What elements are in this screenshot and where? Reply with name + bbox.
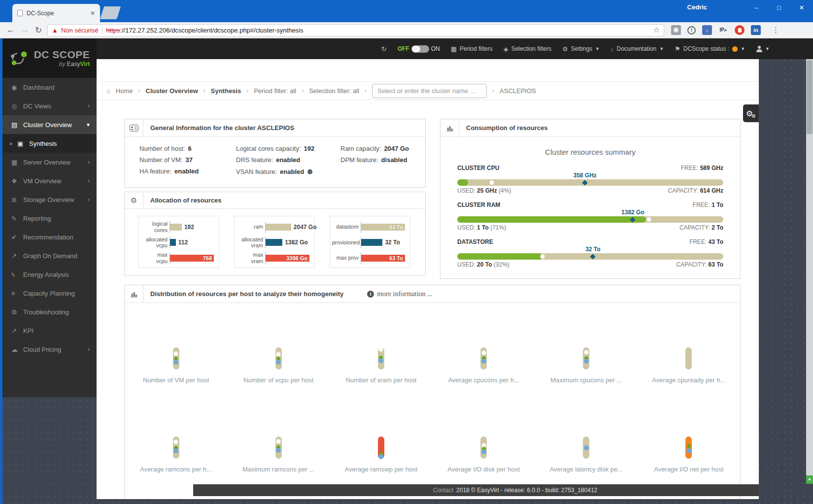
distribution-cell-label: Average ramswp per host: [344, 465, 417, 474]
window-close-button[interactable]: ✕: [790, 0, 813, 15]
tab-close-icon[interactable]: ✕: [90, 10, 95, 17]
info-label: Ram capacity:: [340, 145, 381, 152]
consumption-group-datastore: DATASTOREFREE: 43 To32 ToUSED: 20 To (32…: [457, 237, 723, 269]
info-label: VSAN feature:: [236, 168, 277, 175]
download-extension-icon[interactable]: ↓: [702, 25, 712, 35]
bookmark-star-icon[interactable]: ☆: [653, 26, 660, 34]
blue-marker-icon: [276, 360, 281, 365]
ip-lookup-extension-icon[interactable]: IP⌕: [718, 25, 728, 35]
navbar-item-label: Period filters: [460, 45, 493, 52]
sidebar-item-energy-analysis[interactable]: ϟEnergy Analysis: [2, 265, 97, 284]
sidebar-item-dc-views[interactable]: ◎DC Views›: [2, 97, 97, 115]
diamond-icon: ◈: [504, 45, 508, 53]
wrench-icon: ⚙: [562, 45, 568, 53]
distribution-cell[interactable]: Average ramswp per host: [330, 411, 432, 474]
capacity-amount: 63 To: [709, 261, 723, 268]
distribution-cell[interactable]: Average I/O net per host: [638, 411, 740, 474]
navbar-item-selection-filters[interactable]: ◈Selection filters: [504, 45, 551, 53]
marker-label: 1382 Go: [621, 209, 644, 216]
chevron-down-icon: ▼: [765, 46, 770, 51]
chevron-down-icon: ▼: [741, 46, 745, 51]
distribution-cell[interactable]: Number of vcpu per host: [227, 303, 330, 411]
mini-distribution-bar: [583, 437, 589, 459]
allocation-chart-vcpu: logicalcores192allocatedvcpu112maxvcpu76…: [138, 216, 219, 268]
bar: 3398 Go: [266, 255, 309, 262]
sidebar-item-vm-overview[interactable]: ❖VM Overview›: [2, 171, 97, 190]
sidebar-item-storage-overview[interactable]: ≣Storage Overview›: [2, 190, 97, 209]
back-icon[interactable]: ←: [4, 25, 18, 35]
navbar-item-period-filters[interactable]: ▦Period filters: [451, 45, 493, 53]
bar-label: allocatedvram: [237, 236, 265, 248]
distribution-cell[interactable]: Maximum ramcons per ...: [227, 411, 330, 474]
data-toggle[interactable]: OFF ON: [398, 45, 440, 53]
sidebar-item-synthesis[interactable]: »▣Synthesis: [2, 134, 97, 153]
distribution-cell[interactable]: Average cpuready per h...: [638, 303, 740, 411]
sidebar-item-recommendation[interactable]: ✔Recommendation: [2, 228, 97, 246]
sidebar-item-kpi[interactable]: ↗KPI: [2, 321, 97, 340]
toggle-track[interactable]: [411, 45, 429, 53]
new-tab-button[interactable]: [100, 6, 121, 19]
distribution-cell[interactable]: Number of vram per host: [330, 303, 432, 411]
chevron-right-icon: ›: [88, 346, 90, 353]
user-menu[interactable]: ▼: [756, 46, 770, 52]
browser-menu-icon[interactable]: ⋮: [772, 26, 779, 34]
distribution-cell[interactable]: Maximum cpucons per ...: [535, 303, 638, 411]
distribution-cell[interactable]: Average cpucons per h...: [433, 303, 535, 411]
scrollbar-down-button[interactable]: ▼: [806, 475, 813, 484]
sidebar-item-cluster-overview[interactable]: ▤Cluster Overview▾: [2, 115, 97, 134]
browser-tab[interactable]: DC-Scope ✕: [12, 4, 100, 22]
refresh-icon[interactable]: ↻: [32, 25, 45, 35]
linkedin-extension-icon[interactable]: in: [751, 25, 761, 35]
distribution-cell[interactable]: Average latency disk pe...: [535, 411, 638, 474]
forward-icon[interactable]: →: [18, 25, 32, 35]
sidebar-item-dashboard[interactable]: ◉Dashboard: [2, 78, 97, 97]
blue-marker-icon: [276, 448, 281, 453]
breadcrumb-item[interactable]: Synthesis: [211, 87, 241, 95]
breadcrumb-item[interactable]: Selection filter: all: [309, 87, 359, 95]
distribution-cell[interactable]: Average ramcons per h...: [125, 411, 227, 474]
distribution-cell[interactable]: Average I/O disk per host: [433, 411, 535, 474]
url-separator: |: [102, 27, 103, 34]
adblock-extension-icon[interactable]: [735, 25, 745, 35]
sidebar-item-cloud-pricing[interactable]: ☁Cloud Pricing›: [2, 340, 97, 359]
window-maximize-button[interactable]: □: [768, 0, 790, 15]
vertical-scrollbar[interactable]: ▼: [806, 59, 813, 484]
breadcrumb-home[interactable]: Home: [116, 87, 133, 95]
breadcrumb-item[interactable]: Cluster Overview: [146, 87, 198, 95]
sidebar-item-troubleshooting[interactable]: ⚙Troubleshooting: [2, 302, 97, 321]
distribution-cell[interactable]: Number of VM per host: [125, 303, 227, 411]
bar-zone: 63 To: [361, 252, 407, 264]
info-extension-icon[interactable]: !: [687, 26, 696, 34]
info-icon: i: [367, 291, 374, 298]
info-value: enabled: [280, 168, 304, 175]
more-information-link[interactable]: i more information ...: [367, 285, 432, 302]
navbar-item-settings[interactable]: ⚙Settings▼: [562, 45, 600, 53]
contact-link[interactable]: Contact: [433, 487, 453, 494]
mini-distribution-bar: [685, 347, 692, 370]
info-row: Logical cores capacity:192: [236, 145, 340, 152]
scrollbar-thumb[interactable]: [807, 60, 813, 134]
bar-value: 768: [203, 255, 212, 262]
sidebar-item-capacity-planning[interactable]: ≡Capacity Planning: [2, 284, 97, 302]
url-bar[interactable]: ▲ Non sécurisé | https://172.27.252.206/…: [47, 24, 664, 36]
extension-icon[interactable]: [671, 25, 681, 35]
navbar-item-documentation[interactable]: ↓Documentation▼: [610, 45, 664, 53]
blue-marker-icon: [173, 448, 178, 453]
navbar-refresh-button[interactable]: ↻: [381, 45, 387, 53]
white-marker-icon: [174, 440, 178, 444]
marker-label: 32 To: [585, 246, 600, 253]
dcscope-status-menu[interactable]: ⚑ DCScope status : ▼: [675, 45, 745, 53]
home-icon[interactable]: ⌂: [106, 87, 110, 95]
sidebar-item-reporting[interactable]: ✎Reporting: [2, 209, 97, 228]
cluster-name-input[interactable]: [372, 84, 487, 98]
allocation-bar-row: datastore63 To: [332, 220, 407, 234]
sidebar-item-graph-on-demand[interactable]: ↗Graph On Demand: [2, 246, 97, 265]
main-content: ⌂ Home › Cluster Overview›Synthesis›Peri…: [97, 59, 759, 499]
breadcrumb-item[interactable]: Period filter: all: [254, 87, 296, 95]
window-minimize-button[interactable]: –: [745, 0, 768, 15]
sidebar-item-server-overview[interactable]: ▦Server Overview›: [2, 153, 97, 171]
floating-settings-button[interactable]: ⚙⚙: [743, 104, 759, 122]
plus-circle-icon[interactable]: ⊕: [307, 168, 313, 175]
security-warning-label: Non sécurisé: [61, 27, 99, 34]
bar-zone: 3398 Go: [265, 252, 311, 264]
